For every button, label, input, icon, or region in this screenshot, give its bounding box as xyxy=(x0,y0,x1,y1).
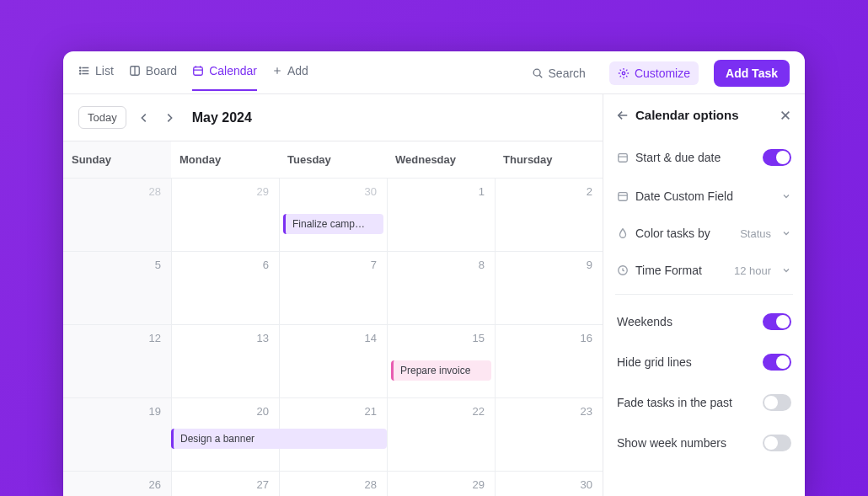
option-label: Hide grid lines xyxy=(617,355,756,369)
option-color-tasks-by[interactable]: Color tasks by Status xyxy=(615,215,793,252)
day-cell[interactable]: 26 xyxy=(63,472,171,496)
day-number: 29 xyxy=(473,478,485,491)
month-nav xyxy=(135,110,179,125)
view-tab-list[interactable]: List xyxy=(78,64,114,89)
weeks-grid: 28 29 30 Finalize camp… 1 2 5 6 7 xyxy=(63,178,603,496)
day-number: 30 xyxy=(581,478,592,491)
toggle-weekends[interactable] xyxy=(763,313,791,330)
app-window: List Board Calendar Add Search xyxy=(63,51,805,496)
day-cell[interactable]: 8 xyxy=(387,252,495,324)
list-icon xyxy=(78,65,90,77)
day-number: 9 xyxy=(587,259,592,271)
svg-point-4 xyxy=(79,70,80,71)
day-header: Wednesday xyxy=(387,141,495,178)
view-tab-board[interactable]: Board xyxy=(129,64,177,89)
day-cell[interactable]: 29 xyxy=(171,179,279,251)
day-cell[interactable]: 13 xyxy=(171,325,279,397)
option-show-week-numbers[interactable]: Show week numbers xyxy=(615,423,793,463)
day-number: 1 xyxy=(479,185,485,198)
svg-rect-22 xyxy=(619,193,628,201)
day-number: 8 xyxy=(479,259,485,271)
task-prepare-invoice[interactable]: Prepare invoice xyxy=(391,360,491,381)
svg-rect-8 xyxy=(194,67,203,75)
day-cell[interactable]: 7 xyxy=(279,252,387,324)
add-task-button[interactable]: Add Task xyxy=(714,60,790,87)
day-cell[interactable]: 22 xyxy=(387,398,495,471)
option-label: Weekends xyxy=(617,315,756,328)
toggle-start-due-date[interactable] xyxy=(763,149,791,166)
day-number: 12 xyxy=(149,332,161,344)
day-cell[interactable]: 19 xyxy=(63,398,171,471)
view-tab-calendar[interactable]: Calendar xyxy=(192,64,257,91)
add-view-button[interactable]: Add xyxy=(272,64,308,89)
option-weekends[interactable]: Weekends xyxy=(615,301,793,342)
option-fade-tasks-past[interactable]: Fade tasks in the past xyxy=(615,382,793,423)
day-cell[interactable]: 29 xyxy=(387,472,495,496)
day-cell[interactable]: 15 Prepare invoice xyxy=(387,325,495,397)
toggle-show-week-numbers[interactable] xyxy=(763,435,791,451)
day-number: 27 xyxy=(257,478,269,491)
day-number: 21 xyxy=(365,405,377,418)
option-label: Show week numbers xyxy=(617,436,756,450)
calendar-icon xyxy=(617,190,629,202)
close-icon[interactable] xyxy=(780,109,791,121)
option-hide-grid-lines[interactable]: Hide grid lines xyxy=(615,342,793,382)
next-month-button[interactable] xyxy=(160,110,179,125)
toggle-hide-grid-lines[interactable] xyxy=(763,354,791,371)
option-label: Time Format xyxy=(635,264,727,277)
task-label: Finalize camp… xyxy=(292,218,365,230)
clock-icon xyxy=(617,264,629,276)
calendar-options-panel: Calendar options Start & due date Date C… xyxy=(603,94,805,496)
day-number: 13 xyxy=(257,332,269,344)
search-button[interactable]: Search xyxy=(523,61,594,85)
add-task-label: Add Task xyxy=(726,67,778,80)
day-cell[interactable]: 6 xyxy=(171,252,279,324)
day-number: 28 xyxy=(149,185,161,198)
chevron-down-icon xyxy=(781,228,791,238)
day-cell[interactable]: 1 xyxy=(387,179,495,251)
week-row: 5 6 7 8 9 xyxy=(63,251,603,324)
svg-line-15 xyxy=(539,75,542,77)
day-cell[interactable]: 14 xyxy=(279,325,387,397)
option-label: Start & due date xyxy=(635,151,756,164)
back-icon[interactable] xyxy=(617,109,629,121)
day-number: 7 xyxy=(371,259,377,271)
day-number: 6 xyxy=(263,259,269,271)
option-time-format[interactable]: Time Format 12 hour xyxy=(615,252,793,289)
day-header: Monday xyxy=(171,141,279,178)
task-finalize[interactable]: Finalize camp… xyxy=(283,214,383,234)
day-cell[interactable]: 9 xyxy=(495,252,603,324)
option-label: Date Custom Field xyxy=(635,189,774,203)
svg-point-5 xyxy=(79,73,80,74)
panel-title: Calendar options xyxy=(635,108,739,122)
day-cell[interactable]: 16 xyxy=(495,325,603,397)
option-date-custom-field[interactable]: Date Custom Field xyxy=(615,178,793,215)
today-button[interactable]: Today xyxy=(78,106,126,129)
toggle-fade-tasks-past[interactable] xyxy=(763,394,791,411)
week-row: 26 27 28 29 30 xyxy=(63,471,603,496)
task-design-banner[interactable]: Design a banner xyxy=(171,429,387,449)
week-row: 12 13 14 15 Prepare invoice 16 xyxy=(63,324,603,397)
task-label: Design a banner xyxy=(180,433,255,445)
day-cell[interactable]: 30 xyxy=(495,472,603,496)
day-cell[interactable]: 23 xyxy=(495,398,603,471)
day-cell[interactable]: 5 xyxy=(63,252,171,324)
search-icon xyxy=(532,67,544,79)
customize-label: Customize xyxy=(635,67,690,80)
svg-point-14 xyxy=(533,69,540,76)
day-cell[interactable]: 27 xyxy=(171,472,279,496)
day-cell[interactable]: 28 xyxy=(63,179,171,251)
day-cell[interactable]: 12 xyxy=(63,325,171,397)
option-value: Status xyxy=(740,227,771,240)
customize-button[interactable]: Customize xyxy=(609,61,699,85)
view-tab-label: Board xyxy=(146,64,177,77)
add-view-label: Add xyxy=(287,64,308,77)
body-split: Today May 2024 Sunday Monday Tuesday Wed… xyxy=(63,94,805,496)
week-row: 19 20 21 22 23 Design a banner xyxy=(63,397,603,471)
prev-month-button[interactable] xyxy=(135,110,153,125)
search-label: Search xyxy=(549,67,586,80)
day-cell[interactable]: 30 Finalize camp… xyxy=(279,179,387,251)
day-cell[interactable]: 2 xyxy=(495,179,603,251)
day-cell[interactable]: 28 xyxy=(279,472,387,496)
option-start-due-date[interactable]: Start & due date xyxy=(615,137,793,178)
